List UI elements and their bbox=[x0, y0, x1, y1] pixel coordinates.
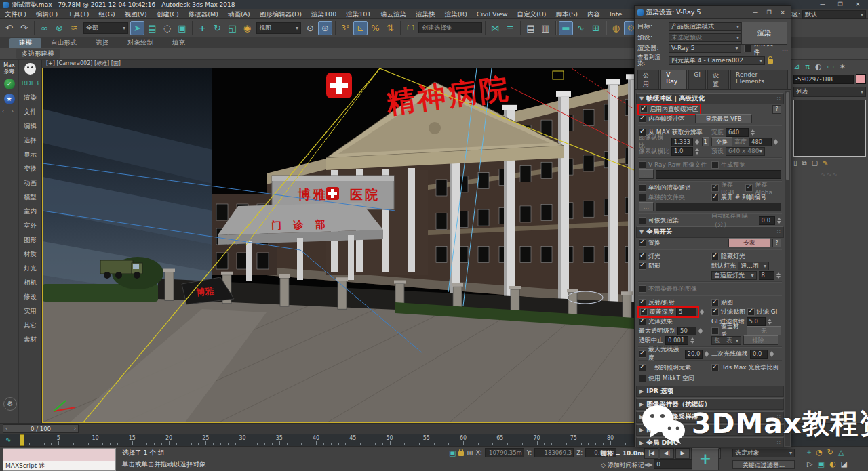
window-crossing-icon[interactable]: ▣ bbox=[175, 21, 189, 35]
gear-icon[interactable]: ⚙ bbox=[3, 397, 17, 411]
sidebar-item-相机[interactable]: 相机 bbox=[19, 275, 41, 289]
material-editor-icon[interactable]: ◍ bbox=[609, 21, 623, 35]
menu-item-内容[interactable]: 内容 bbox=[583, 9, 605, 18]
show-end-result-icon[interactable]: ⧉ bbox=[802, 159, 807, 167]
gs-help-icon[interactable]: ? bbox=[772, 239, 781, 247]
aspect-lock-button[interactable]: 1 bbox=[702, 137, 709, 146]
panel-tab-create-icon[interactable]: ⊿ bbox=[793, 62, 800, 71]
save-file-browse[interactable]: ... bbox=[782, 45, 788, 52]
modifier-stack-list[interactable] bbox=[793, 100, 866, 157]
previous-key-button[interactable]: ◀| bbox=[660, 448, 674, 459]
make-unique-icon[interactable]: ▢ bbox=[812, 159, 818, 167]
autosave-interval-field[interactable]: 0.0 bbox=[759, 216, 775, 225]
menu-item-渲染(R)[interactable]: 渲染(R) bbox=[440, 9, 472, 18]
bind-to-spacewarp-icon[interactable]: ≋ bbox=[67, 21, 81, 35]
x-coordinate-field[interactable]: 10790.35m bbox=[485, 448, 524, 457]
create-keyframe-button[interactable]: + bbox=[692, 448, 719, 470]
dialog-minimize-button[interactable]: — bbox=[750, 9, 761, 16]
vray-raw-checkbox[interactable] bbox=[639, 161, 646, 169]
displacement-checkbox[interactable] bbox=[639, 239, 646, 247]
menu-item-工具(T)[interactable]: 工具(T) bbox=[62, 9, 94, 18]
resolution-preset-dropdown[interactable]: 640 x 480▾ bbox=[726, 147, 765, 156]
set-key-icon[interactable]: ◔ bbox=[816, 448, 823, 457]
pixel-aspect-spinner[interactable] bbox=[695, 148, 700, 155]
gi-filter-mult-spinner[interactable] bbox=[768, 318, 772, 325]
dialog-title-bar[interactable]: 渲染设置: V-Ray 5 — ❐ ✕ bbox=[635, 6, 791, 19]
maps-checkbox[interactable] bbox=[711, 299, 719, 306]
target-dropdown[interactable]: 产品级渲染模式▾ bbox=[669, 22, 742, 31]
select-and-link-icon[interactable]: ∞ bbox=[37, 21, 52, 35]
menu-item-编辑(E)[interactable]: 编辑(E) bbox=[31, 9, 62, 18]
override-depth-checkbox[interactable] bbox=[640, 308, 648, 316]
autosave-spinner[interactable] bbox=[777, 217, 781, 224]
rollout-frame-buffer[interactable]: ▼帧缓冲区 | 高级汉化∷ bbox=[636, 93, 784, 104]
sidebar-item-灯光[interactable]: 灯光 bbox=[19, 261, 41, 275]
max-ray-spinner[interactable] bbox=[705, 350, 709, 358]
key-filters-button[interactable]: 关键点过滤器... bbox=[732, 460, 795, 469]
selection-filter-dropdown[interactable]: 全部▾ bbox=[83, 22, 128, 34]
align-icon[interactable]: ≡ bbox=[503, 21, 517, 35]
reflection-refraction-checkbox[interactable] bbox=[639, 299, 646, 306]
expand-frame-checkbox[interactable] bbox=[711, 194, 719, 201]
panel-tab-modify-icon[interactable]: π bbox=[805, 62, 810, 71]
named-selection-sets-icon[interactable]: { } bbox=[403, 21, 418, 35]
object-color-swatch[interactable] bbox=[856, 74, 866, 84]
consistent-lighting-checkbox[interactable] bbox=[639, 364, 646, 371]
raw-path-field[interactable] bbox=[656, 170, 781, 179]
angle-snap-icon[interactable]: ⊾ bbox=[353, 21, 368, 35]
renderer-dropdown[interactable]: V-Ray 5▾ bbox=[669, 44, 741, 53]
next-frame-arrow-icon[interactable]: › bbox=[74, 426, 76, 432]
sidebar-item-RDF3[interactable]: RDF3 bbox=[19, 76, 41, 90]
override-material-checkbox[interactable] bbox=[711, 327, 719, 335]
sidebar-item-动画[interactable]: 动画 bbox=[19, 176, 41, 190]
percent-snap-icon[interactable]: % bbox=[368, 21, 382, 35]
adaptive-lights-spinner[interactable] bbox=[776, 272, 781, 279]
help-icon[interactable]: ? bbox=[772, 105, 781, 114]
filter-gi-checkbox[interactable] bbox=[747, 308, 755, 316]
time-config-icon[interactable]: ◐ bbox=[829, 459, 836, 468]
max-ray-intensity-checkbox[interactable] bbox=[639, 350, 646, 358]
menu-item-动画(A)[interactable]: 动画(A) bbox=[223, 9, 255, 18]
image-aspect-spinner[interactable] bbox=[695, 138, 700, 146]
close-button[interactable]: ✕ bbox=[849, 0, 867, 9]
protect-shield-icon[interactable]: ★ bbox=[4, 94, 15, 104]
reference-coordinate-dropdown[interactable]: 视图▾ bbox=[256, 22, 301, 34]
render-button[interactable]: 渲染 bbox=[741, 22, 787, 45]
select-object-icon[interactable]: ➤ bbox=[130, 21, 144, 35]
sidebar-item-渲染[interactable]: 渲染 bbox=[19, 90, 41, 104]
time-slider-handle[interactable]: ‹ 0 / 100 › bbox=[3, 424, 79, 433]
isolate-selection-icon[interactable]: ▷ bbox=[807, 459, 812, 468]
curve-editor-icon[interactable]: ∿ bbox=[574, 21, 588, 35]
adaptive-lights-field[interactable]: 8 bbox=[759, 271, 775, 280]
motion-paths-icon[interactable]: △ bbox=[838, 448, 844, 457]
vray-tab-公用[interactable]: 公用 bbox=[637, 70, 659, 89]
select-and-manipulate-icon[interactable]: ⊕ bbox=[318, 21, 332, 35]
spinner-snap-icon[interactable]: ⇅ bbox=[383, 21, 397, 35]
vray-tab-V-Ray[interactable]: V-Ray bbox=[660, 70, 687, 89]
sidebar-item-图形[interactable]: 图形 bbox=[19, 232, 41, 247]
menu-item-文件(F)[interactable]: 文件(F) bbox=[0, 9, 31, 18]
y-coordinate-field[interactable]: -183069.3 bbox=[534, 448, 574, 457]
default-lights-dropdown[interactable]: 通…闭▾ bbox=[738, 262, 769, 270]
height-field[interactable]: 480 bbox=[749, 138, 772, 146]
menu-item-修改器(M)[interactable]: 修改器(M) bbox=[184, 9, 223, 18]
play-button[interactable]: ▶ bbox=[675, 448, 690, 459]
viewport-config-icon[interactable]: ◪ bbox=[840, 459, 847, 468]
preset-dropdown[interactable]: 未选定预设▾ bbox=[669, 33, 742, 42]
minimize-button[interactable]: — bbox=[814, 0, 831, 9]
save-file-checkbox[interactable] bbox=[744, 45, 751, 52]
sidebar-item-修改[interactable]: 修改 bbox=[19, 289, 41, 304]
exclude-button[interactable]: 排除... bbox=[743, 335, 778, 345]
redo-icon[interactable]: ↷ bbox=[17, 21, 31, 35]
configure-modifier-icon[interactable]: ✎ bbox=[823, 159, 828, 167]
sidebar-item-变换[interactable]: 变换 bbox=[19, 161, 41, 176]
selected-object-dropdown[interactable]: 选定对象▾ bbox=[732, 449, 795, 457]
glossy-effects-checkbox[interactable] bbox=[639, 318, 646, 325]
expert-mode-button[interactable]: 专家 bbox=[728, 238, 770, 247]
separate-channels-checkbox[interactable] bbox=[639, 184, 646, 192]
sidebar-item-模型[interactable]: 模型 bbox=[19, 190, 41, 204]
schematic-view-icon[interactable]: ⊞ bbox=[589, 21, 603, 35]
rollout-global-switches[interactable]: ▼全局开关∷ bbox=[636, 226, 784, 238]
photometric-scale-checkbox[interactable] bbox=[711, 364, 719, 371]
absolute-mode-icon[interactable]: ⊞ bbox=[467, 449, 473, 457]
